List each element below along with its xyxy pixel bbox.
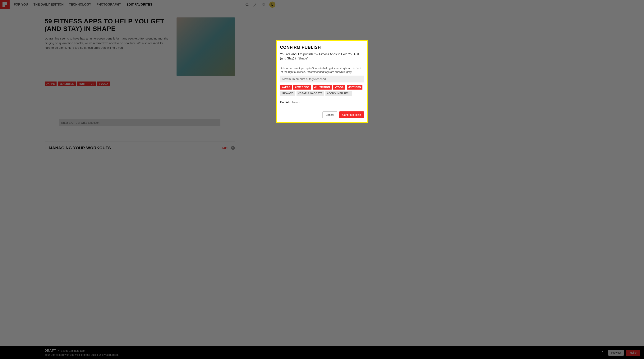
confirm-publish-dialog: CONFIRM PUBLISH You are about to publish… bbox=[276, 40, 279, 123]
modal-overlay[interactable]: CONFIRM PUBLISH You are about to publish… bbox=[0, 0, 279, 156]
